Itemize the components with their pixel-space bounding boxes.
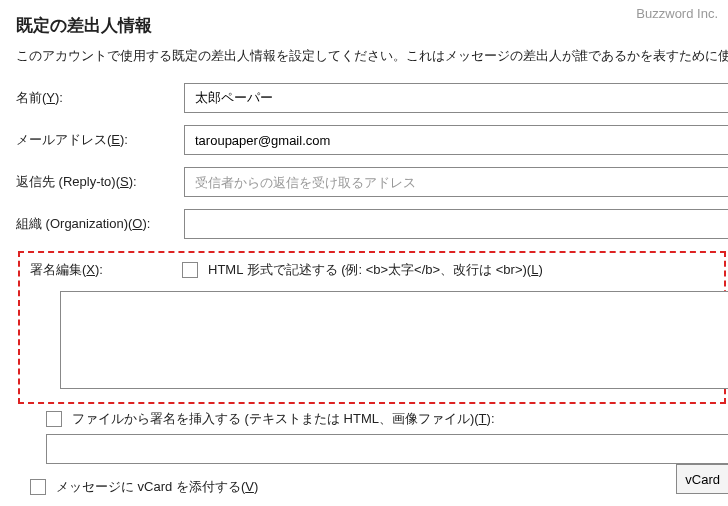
row-vcard: メッセージに vCard を添付する(V) <box>30 478 728 496</box>
page-heading: 既定の差出人情報 <box>16 14 728 37</box>
label-org: 組織 (Organization)(O): <box>16 215 184 233</box>
checkbox-html-format[interactable] <box>182 262 198 278</box>
brand-label: Buzzword Inc. <box>636 6 718 21</box>
checkbox-file-signature[interactable] <box>46 411 62 427</box>
row-email: メールアドレス(E): <box>16 125 728 155</box>
settings-panel: 既定の差出人情報 このアカウントで使用する既定の差出人情報を設定してください。こ… <box>0 0 728 496</box>
checkbox-vcard[interactable] <box>30 479 46 495</box>
row-name: 名前(Y): <box>16 83 728 113</box>
input-email[interactable] <box>184 125 728 155</box>
row-replyto: 返信先 (Reply-to)(S): <box>16 167 728 197</box>
label-signature: 署名編集(X): <box>30 261 182 279</box>
input-replyto[interactable] <box>184 167 728 197</box>
label-replyto: 返信先 (Reply-to)(S): <box>16 173 184 191</box>
input-org[interactable] <box>184 209 728 239</box>
row-file-signature: ファイルから署名を挿入する (テキストまたは HTML、画像ファイル)(T): <box>46 410 728 428</box>
label-name: 名前(Y): <box>16 89 184 107</box>
signature-highlight: 署名編集(X): HTML 形式で記述する (例: <b>太字</b>、改行は … <box>18 251 726 404</box>
label-html-format: HTML 形式で記述する (例: <b>太字</b>、改行は <br>)(L) <box>208 261 543 279</box>
label-email: メールアドレス(E): <box>16 131 184 149</box>
row-signature-edit: 署名編集(X): HTML 形式で記述する (例: <b>太字</b>、改行は … <box>30 261 714 279</box>
input-name[interactable] <box>184 83 728 113</box>
label-vcard: メッセージに vCard を添付する(V) <box>56 478 258 496</box>
label-file-signature: ファイルから署名を挿入する (テキストまたは HTML、画像ファイル)(T): <box>72 410 495 428</box>
page-description: このアカウントで使用する既定の差出人情報を設定してください。これはメッセージの差… <box>16 47 728 65</box>
input-file-path-disabled <box>46 434 728 464</box>
textarea-signature[interactable] <box>60 291 728 389</box>
vcard-edit-button[interactable]: vCard <box>676 464 728 494</box>
row-org: 組織 (Organization)(O): <box>16 209 728 239</box>
